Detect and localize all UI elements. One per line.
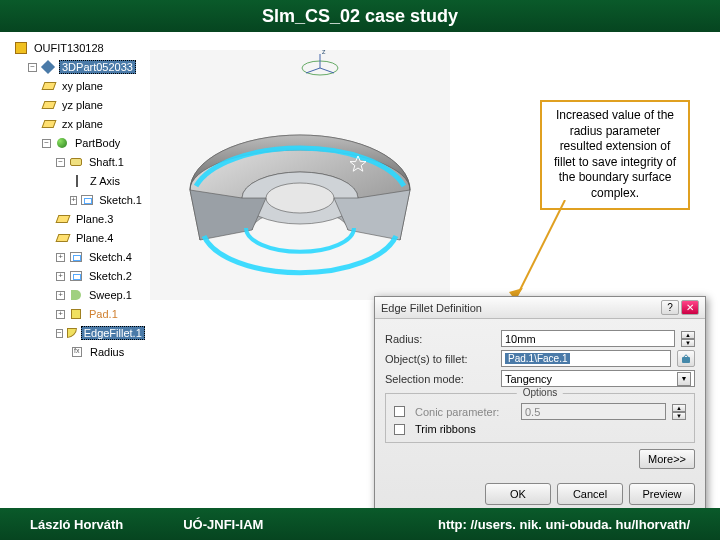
tree-label: yz plane: [60, 99, 105, 111]
plane-icon: [56, 231, 70, 245]
dialog-body: Radius: 10mm ▲▼ Object(s) to fillet: Pad…: [375, 319, 705, 477]
tree-sketch4[interactable]: + Sketch.4: [56, 248, 144, 266]
trim-checkbox[interactable]: [394, 424, 405, 435]
conic-label: Conic parameter:: [415, 406, 515, 418]
collapse-icon[interactable]: −: [28, 63, 37, 72]
slide-title: Slm_CS_02 case study: [262, 6, 458, 27]
sweep-icon: [69, 288, 83, 302]
tree-pad[interactable]: + Pad.1: [56, 305, 144, 323]
tree-zaxis[interactable]: Z Axis: [70, 172, 144, 190]
tree-zx-plane[interactable]: zx plane: [42, 115, 144, 133]
tree-label: PartBody: [73, 137, 122, 149]
tree-shaft[interactable]: − Shaft.1: [56, 153, 144, 171]
objects-picker-button[interactable]: [677, 350, 695, 367]
expand-icon[interactable]: +: [56, 253, 65, 262]
spin-up-icon[interactable]: ▲: [681, 331, 695, 339]
tree-partbody[interactable]: − PartBody: [42, 134, 144, 152]
more-button[interactable]: More>>: [639, 449, 695, 469]
chevron-down-icon: ▼: [677, 372, 691, 386]
svg-line-3: [306, 68, 320, 73]
options-frame: Options Conic parameter: 0.5 ▲▼ Trim rib…: [385, 393, 695, 443]
radius-spinner[interactable]: ▲▼: [681, 331, 695, 347]
tree-label: Pad.1: [87, 308, 120, 320]
fx-icon: [70, 345, 84, 359]
shaft-icon: [69, 155, 83, 169]
radius-input[interactable]: 10mm: [501, 330, 675, 347]
slide-footer: László Horváth UÓ-JNFI-IAM http: //users…: [0, 508, 720, 540]
objects-label: Object(s) to fillet:: [385, 353, 495, 365]
svg-rect-10: [682, 357, 690, 363]
plane-icon: [42, 79, 56, 93]
footer-org: UÓ-JNFI-IAM: [183, 517, 263, 532]
tree-label: OUFIT130128: [32, 42, 106, 54]
model-render: z: [150, 50, 450, 300]
tree-radius[interactable]: Radius: [70, 343, 144, 361]
tree-sketch2[interactable]: + Sketch.2: [56, 267, 144, 285]
tree-label: Z Axis: [88, 175, 122, 187]
tree-edgefillet[interactable]: − EdgeFillet.1: [56, 324, 144, 342]
ok-button[interactable]: OK: [485, 483, 551, 505]
sketch-icon: [81, 193, 93, 207]
close-button[interactable]: ✕: [681, 300, 699, 315]
svg-line-8: [515, 200, 565, 300]
expand-icon[interactable]: +: [56, 310, 65, 319]
tree-label: Sketch.4: [87, 251, 134, 263]
radius-label: Radius:: [385, 333, 495, 345]
selmode-select[interactable]: Tangency ▼: [501, 370, 695, 387]
tree-label: xy plane: [60, 80, 105, 92]
tree-label: Plane.4: [74, 232, 115, 244]
collapse-icon[interactable]: −: [56, 158, 65, 167]
collapse-icon[interactable]: −: [56, 329, 63, 338]
pad-icon: [69, 307, 83, 321]
trim-label: Trim ribbons: [415, 423, 476, 435]
plane-icon: [56, 212, 70, 226]
plane-icon: [42, 117, 56, 131]
preview-button[interactable]: Preview: [629, 483, 695, 505]
tree-plane4[interactable]: Plane.4: [56, 229, 144, 247]
selmode-label: Selection mode:: [385, 373, 495, 385]
annotation-callout: Increased value of the radius parameter …: [540, 100, 690, 210]
tree-label: 3DPart052033: [59, 60, 136, 74]
footer-author: László Horváth: [30, 517, 123, 532]
axis-icon: [70, 174, 84, 188]
sketch-icon: [69, 250, 83, 264]
fillet-icon: [67, 326, 77, 340]
tree-label: Shaft.1: [87, 156, 126, 168]
tree-label: Plane.3: [74, 213, 115, 225]
tree-label: Sweep.1: [87, 289, 134, 301]
sketch-icon: [69, 269, 83, 283]
expand-icon[interactable]: +: [70, 196, 77, 205]
expand-icon[interactable]: +: [56, 272, 65, 281]
objects-input[interactable]: Pad.1\Face.1: [501, 350, 671, 367]
cancel-button[interactable]: Cancel: [557, 483, 623, 505]
conic-checkbox[interactable]: [394, 406, 405, 417]
tree-root[interactable]: OUFIT130128: [14, 39, 144, 57]
footer-url: http: //users. nik. uni-obuda. hu/lhorva…: [438, 517, 690, 532]
conic-spinner: ▲▼: [672, 404, 686, 420]
help-button[interactable]: ?: [661, 300, 679, 315]
dialog-title: Edge Fillet Definition: [381, 302, 661, 314]
svg-line-2: [320, 68, 334, 73]
feature-tree[interactable]: OUFIT130128 − 3DPart052033 xy plane yz p…: [14, 38, 144, 362]
tree-label: Sketch.2: [87, 270, 134, 282]
cube-icon: [41, 60, 55, 74]
tree-plane3[interactable]: Plane.3: [56, 210, 144, 228]
slide-header: Slm_CS_02 case study: [0, 0, 720, 32]
callout-arrow: [505, 200, 585, 310]
edge-fillet-dialog[interactable]: Edge Fillet Definition ? ✕ Radius: 10mm …: [374, 296, 706, 514]
dialog-titlebar[interactable]: Edge Fillet Definition ? ✕: [375, 297, 705, 319]
tree-label: Sketch.1: [97, 194, 144, 206]
svg-point-6: [266, 183, 334, 213]
tree-xy-plane[interactable]: xy plane: [42, 77, 144, 95]
spin-down-icon[interactable]: ▼: [681, 339, 695, 347]
expand-icon[interactable]: +: [56, 291, 65, 300]
tree-sweep[interactable]: + Sweep.1: [56, 286, 144, 304]
svg-text:z: z: [322, 50, 326, 55]
tree-sketch1[interactable]: + Sketch.1: [70, 191, 144, 209]
tree-3dpart[interactable]: − 3DPart052033: [28, 58, 144, 76]
tree-yz-plane[interactable]: yz plane: [42, 96, 144, 114]
collapse-icon[interactable]: −: [42, 139, 51, 148]
tree-label: EdgeFillet.1: [81, 326, 145, 340]
tree-label: Radius: [88, 346, 126, 358]
3d-viewport[interactable]: z: [150, 50, 450, 300]
